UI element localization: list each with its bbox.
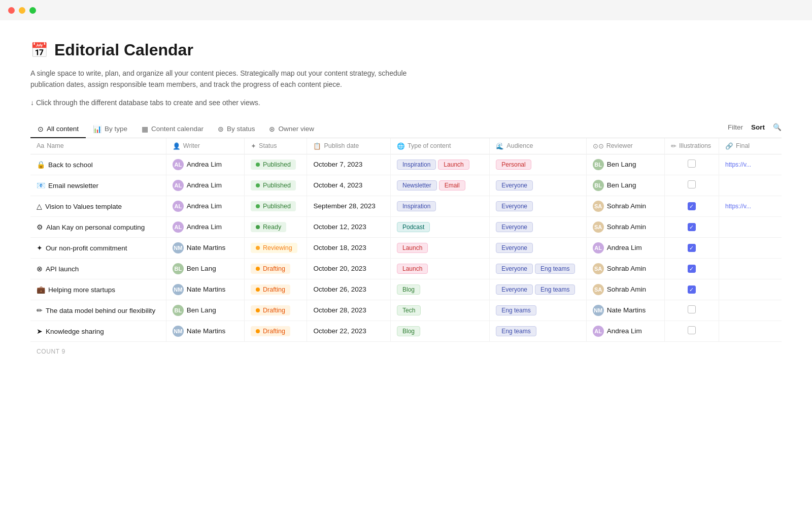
audience-tag[interactable]: Eng teams bbox=[535, 284, 575, 295]
audience-tag[interactable]: Eng teams bbox=[496, 326, 536, 336]
maximize-button[interactable] bbox=[29, 7, 36, 14]
cell-illustrations[interactable]: ✓ bbox=[664, 196, 719, 216]
type-tag[interactable]: Email bbox=[439, 180, 465, 190]
avatar: SA bbox=[593, 221, 604, 233]
reviewer-name: Sohrab Amin bbox=[607, 265, 646, 272]
status-badge[interactable]: Drafting bbox=[251, 305, 290, 315]
row-name-text[interactable]: Email newsletter bbox=[48, 182, 98, 189]
tab-content-calendar[interactable]: ▦ Content calendar bbox=[134, 121, 211, 138]
status-badge[interactable]: Drafting bbox=[251, 284, 290, 295]
row-name-text[interactable]: Alan Kay on personal computing bbox=[46, 224, 145, 231]
type-tag[interactable]: Inspiration bbox=[397, 160, 436, 170]
count-value: 9 bbox=[61, 348, 65, 355]
type-tag[interactable]: Blog bbox=[397, 284, 420, 295]
audience-tag[interactable]: Eng teams bbox=[535, 264, 575, 274]
table-row[interactable]: 🔒Back to schoolALAndrea LimPublishedOcto… bbox=[30, 154, 782, 175]
table-header-row: Aa Name 👤 Writer ✦ Status bbox=[30, 138, 782, 154]
table-row[interactable]: △Vision to Values templateALAndrea LimPu… bbox=[30, 196, 782, 216]
row-name-text[interactable]: Knowledge sharing bbox=[46, 328, 104, 335]
illustrations-checkbox[interactable]: ✓ bbox=[688, 202, 696, 210]
status-badge[interactable]: Drafting bbox=[251, 264, 290, 274]
cell-illustrations[interactable] bbox=[664, 321, 719, 341]
row-name-text[interactable]: The data model behind our flexibility bbox=[46, 307, 155, 314]
avatar: SA bbox=[593, 284, 604, 295]
row-name-text[interactable]: Our non-profit commitment bbox=[46, 244, 127, 252]
audience-tag[interactable]: Eng teams bbox=[496, 305, 536, 315]
row-name-text[interactable]: API launch bbox=[46, 265, 79, 273]
table-row[interactable]: ✦Our non-profit commitmentNMNate Martins… bbox=[30, 237, 782, 258]
table-row[interactable]: ⚙Alan Kay on personal computingALAndrea … bbox=[30, 216, 782, 237]
tab-by-type[interactable]: 📊 By type bbox=[86, 121, 134, 138]
status-badge[interactable]: Published bbox=[251, 180, 296, 190]
illustrations-checkbox[interactable] bbox=[688, 305, 696, 313]
col-publish-date-icon: 📋 bbox=[313, 142, 321, 150]
table-row[interactable]: 📧Email newsletterALAndrea LimPublishedOc… bbox=[30, 175, 782, 196]
table-row[interactable]: ⊗API launchBLBen LangDraftingOctober 20,… bbox=[30, 258, 782, 279]
tab-by-status[interactable]: ⊚ By status bbox=[211, 121, 262, 138]
col-header-writer: 👤 Writer bbox=[166, 138, 244, 154]
status-dot bbox=[256, 329, 260, 333]
cell-illustrations[interactable]: ✓ bbox=[664, 216, 719, 237]
row-name-text[interactable]: Back to school bbox=[48, 161, 93, 169]
publish-date-value: September 28, 2023 bbox=[313, 202, 375, 210]
illustrations-checkbox[interactable]: ✓ bbox=[688, 285, 696, 294]
status-badge[interactable]: Reviewing bbox=[251, 243, 297, 253]
search-icon[interactable]: 🔍 bbox=[773, 123, 782, 131]
cell-illustrations[interactable]: ✓ bbox=[664, 258, 719, 279]
tab-all-content[interactable]: ⊙ All content bbox=[30, 121, 86, 138]
filter-button[interactable]: Filter bbox=[728, 123, 743, 131]
writer-name: Andrea Lim bbox=[187, 181, 222, 189]
illustrations-checkbox[interactable]: ✓ bbox=[688, 265, 696, 273]
col-final-icon: 🔗 bbox=[725, 142, 733, 150]
cell-illustrations[interactable] bbox=[664, 175, 719, 196]
cell-name: 🔒Back to school bbox=[30, 154, 166, 175]
reviewer-name: Sohrab Amin bbox=[607, 202, 646, 210]
type-tag[interactable]: Newsletter bbox=[397, 180, 437, 190]
type-tag[interactable]: Inspiration bbox=[397, 201, 436, 211]
illustrations-checkbox[interactable] bbox=[688, 326, 696, 334]
final-url-text[interactable]: https://v... bbox=[725, 161, 751, 168]
status-badge[interactable]: Drafting bbox=[251, 326, 290, 336]
final-url-text[interactable]: https://v... bbox=[725, 203, 751, 210]
row-name-text[interactable]: Vision to Values template bbox=[45, 203, 122, 210]
minimize-button[interactable] bbox=[19, 7, 25, 14]
close-button[interactable] bbox=[8, 7, 15, 14]
status-badge[interactable]: Ready bbox=[251, 222, 286, 232]
audience-tag[interactable]: Everyone bbox=[496, 284, 533, 295]
type-tag[interactable]: Launch bbox=[397, 243, 428, 253]
cell-final-url bbox=[719, 321, 782, 341]
illustrations-checkbox[interactable]: ✓ bbox=[688, 223, 696, 231]
audience-tag[interactable]: Personal bbox=[496, 160, 531, 170]
cell-illustrations[interactable]: ✓ bbox=[664, 237, 719, 258]
cell-illustrations[interactable] bbox=[664, 300, 719, 321]
type-tag[interactable]: Podcast bbox=[397, 222, 430, 232]
illustrations-checkbox[interactable]: ✓ bbox=[688, 244, 696, 252]
audience-tag[interactable]: Everyone bbox=[496, 264, 533, 274]
cell-writer: ALAndrea Lim bbox=[166, 154, 244, 175]
status-dot bbox=[256, 288, 260, 292]
table-row[interactable]: ✏The data model behind our flexibilityBL… bbox=[30, 300, 782, 321]
type-tag[interactable]: Tech bbox=[397, 305, 421, 315]
status-badge[interactable]: Published bbox=[251, 160, 296, 170]
audience-tag[interactable]: Everyone bbox=[496, 222, 533, 232]
type-tag[interactable]: Blog bbox=[397, 326, 420, 336]
audience-tag[interactable]: Everyone bbox=[496, 201, 533, 211]
status-badge[interactable]: Published bbox=[251, 201, 296, 211]
tab-owner-view[interactable]: ⊛ Owner view bbox=[262, 121, 321, 138]
avatar: SA bbox=[593, 263, 604, 274]
audience-tag[interactable]: Everyone bbox=[496, 180, 533, 190]
cell-status: Published bbox=[245, 196, 307, 216]
table-row[interactable]: ➤Knowledge sharingNMNate MartinsDrafting… bbox=[30, 321, 782, 341]
col-status-icon: ✦ bbox=[251, 142, 256, 150]
type-tag[interactable]: Launch bbox=[397, 264, 428, 274]
sort-button[interactable]: Sort bbox=[751, 123, 765, 131]
table-row[interactable]: 💼Helping more startupsNMNate MartinsDraf… bbox=[30, 279, 782, 300]
illustrations-checkbox[interactable] bbox=[688, 160, 696, 168]
type-tag[interactable]: Launch bbox=[438, 160, 469, 170]
audience-tag[interactable]: Everyone bbox=[496, 243, 533, 253]
cell-illustrations[interactable]: ✓ bbox=[664, 279, 719, 300]
row-name-text[interactable]: Helping more startups bbox=[48, 286, 115, 294]
cell-illustrations[interactable] bbox=[664, 154, 719, 175]
illustrations-checkbox[interactable] bbox=[688, 180, 696, 188]
cell-publish-date: October 20, 2023 bbox=[307, 258, 391, 279]
